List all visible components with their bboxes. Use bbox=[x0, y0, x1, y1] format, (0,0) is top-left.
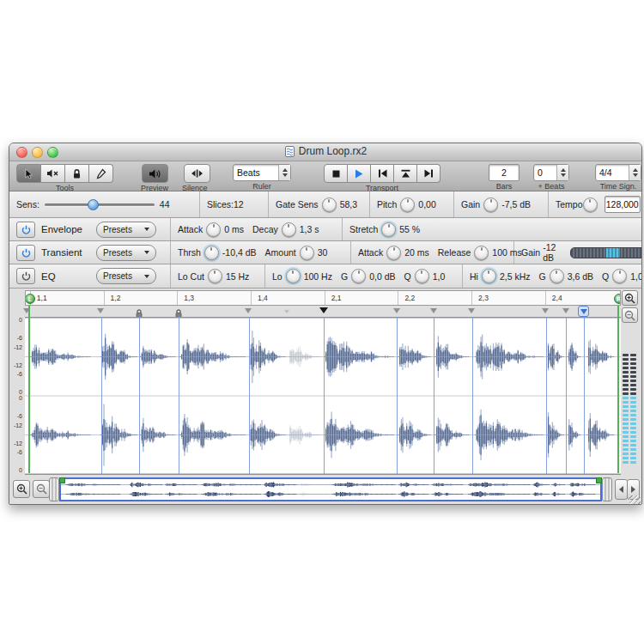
amount-knob[interactable] bbox=[300, 246, 314, 260]
eq-lo-section: Lo 100 Hz G 0,0 dB Q 1,0 bbox=[265, 264, 463, 288]
zoom-out-button[interactable] bbox=[622, 307, 638, 323]
left-locator-badge[interactable]: L bbox=[25, 294, 35, 304]
gate-sens-section: Gate Sens 58,3 bbox=[269, 191, 370, 217]
overview-zoom-in-button[interactable] bbox=[13, 480, 30, 498]
bars-field[interactable]: 2 bbox=[489, 164, 519, 181]
go-to-start-button[interactable] bbox=[371, 164, 394, 183]
stop-icon bbox=[332, 170, 340, 178]
db-tick-label: -6 bbox=[17, 413, 22, 419]
play-button[interactable] bbox=[348, 164, 371, 183]
bar-beat-ruler[interactable]: 1,11,21,31,42,12,22,32,4LR bbox=[25, 290, 621, 306]
left-locator-line[interactable] bbox=[28, 306, 30, 473]
zoom-out-icon bbox=[624, 310, 635, 321]
transient-presets-dropdown[interactable]: Presets bbox=[96, 245, 156, 261]
timesig-stepper[interactable]: 4/4 bbox=[595, 164, 641, 181]
eq-hi-q-knob[interactable] bbox=[612, 269, 627, 283]
scroll-handle-left[interactable] bbox=[49, 477, 59, 501]
envelope-presets-dropdown[interactable]: Presets bbox=[96, 222, 156, 238]
overview-left-locator[interactable] bbox=[59, 477, 65, 483]
slice-marker[interactable] bbox=[468, 308, 475, 313]
scroll-left-button[interactable] bbox=[615, 479, 628, 500]
stretch-label: Stretch bbox=[349, 224, 378, 234]
stretch-knob[interactable] bbox=[381, 222, 396, 237]
ruler-units-select[interactable]: Beats bbox=[233, 164, 291, 181]
gain-section: Gain -7,5 dB bbox=[454, 191, 549, 217]
lock-tool-button[interactable] bbox=[65, 164, 89, 183]
eq-presets-dropdown[interactable]: Presets bbox=[96, 268, 156, 284]
scroll-handle-right[interactable] bbox=[602, 477, 612, 501]
overview-visible-range[interactable] bbox=[59, 477, 602, 501]
waveform-display[interactable] bbox=[25, 317, 621, 475]
ruler-label: 1,1 bbox=[37, 294, 47, 302]
sens-slider[interactable] bbox=[45, 199, 155, 210]
trans-attack-knob[interactable] bbox=[386, 246, 401, 260]
right-locator-badge[interactable]: R bbox=[614, 294, 621, 304]
tempo-field[interactable]: 128,000 bbox=[605, 196, 641, 213]
slice-marker[interactable] bbox=[562, 308, 569, 313]
stepper-arrows-icon[interactable] bbox=[629, 165, 641, 180]
right-locator-line[interactable] bbox=[617, 306, 619, 473]
gate-sens-knob[interactable] bbox=[322, 197, 337, 212]
zoom-in-icon bbox=[16, 483, 27, 495]
dropdown-arrow-icon bbox=[144, 251, 149, 254]
env-decay-knob[interactable] bbox=[282, 222, 296, 237]
env-decay-value: 1,3 s bbox=[300, 224, 319, 234]
stepper-arrows-icon[interactable] bbox=[556, 165, 568, 180]
eq-lo-q-knob[interactable] bbox=[415, 269, 429, 283]
release-knob[interactable] bbox=[474, 246, 489, 260]
bar-slice-marker[interactable] bbox=[319, 307, 328, 313]
overview-right-locator[interactable] bbox=[596, 477, 602, 483]
pencil-tool-button[interactable] bbox=[89, 164, 113, 183]
silence-selection-button[interactable] bbox=[184, 164, 210, 183]
eq-hi-gain-knob[interactable] bbox=[550, 269, 564, 283]
sens-slider-track[interactable] bbox=[45, 204, 155, 206]
hidden-slice-marker[interactable] bbox=[284, 310, 289, 313]
eq-power-button[interactable] bbox=[16, 268, 35, 284]
thrsh-knob[interactable] bbox=[204, 246, 219, 260]
stepper-arrows-icon[interactable] bbox=[278, 165, 290, 180]
window-resize-grip[interactable] bbox=[629, 495, 641, 505]
bars-value: 2 bbox=[501, 167, 507, 178]
slice-line bbox=[472, 318, 473, 474]
eq-hi-knob[interactable] bbox=[482, 269, 496, 283]
slice-marker[interactable] bbox=[245, 308, 252, 313]
slice-line bbox=[139, 318, 140, 474]
sens-slider-thumb[interactable] bbox=[88, 199, 99, 210]
beats-stepper[interactable]: 0 bbox=[533, 164, 569, 181]
transient-gain-meter[interactable] bbox=[570, 247, 642, 258]
pitch-knob[interactable] bbox=[400, 197, 415, 212]
title-bar[interactable]: Drum Loop.rx2 bbox=[9, 143, 641, 161]
transient-power-button[interactable] bbox=[16, 245, 35, 261]
slice-marker-strip[interactable] bbox=[25, 306, 621, 317]
slice-line bbox=[546, 318, 547, 474]
eq-lo-knob[interactable] bbox=[286, 269, 301, 283]
tempo-knob[interactable] bbox=[583, 197, 598, 212]
ruler-tick bbox=[398, 291, 398, 306]
db-tick-label: -12 bbox=[14, 344, 22, 350]
locut-knob[interactable] bbox=[208, 269, 222, 283]
mute-tool-button[interactable] bbox=[41, 164, 65, 183]
meter-segment bbox=[623, 354, 629, 356]
overview-zoom-out-button[interactable] bbox=[33, 480, 50, 498]
meter-segment bbox=[630, 384, 636, 386]
bars-caption: Bars bbox=[496, 182, 513, 191]
stop-button[interactable] bbox=[324, 164, 348, 183]
slice-marker[interactable] bbox=[430, 308, 437, 313]
transient-ar-section: Attack 20 ms Release 100 ms bbox=[351, 241, 514, 264]
eq-lo-gain-knob[interactable] bbox=[351, 269, 366, 283]
eq-lo-gain-value: 0,0 dB bbox=[369, 271, 395, 282]
arrow-tool-button[interactable] bbox=[16, 164, 41, 183]
zoom-in-button[interactable] bbox=[622, 290, 638, 306]
gain-knob[interactable] bbox=[483, 197, 498, 212]
env-attack-knob[interactable] bbox=[206, 222, 221, 237]
envelope-power-button[interactable] bbox=[16, 222, 35, 238]
preview-button[interactable] bbox=[142, 164, 168, 183]
arrow-cursor-icon bbox=[24, 168, 33, 179]
slice-marker[interactable] bbox=[393, 308, 400, 313]
slice-marker[interactable] bbox=[97, 308, 104, 313]
stop-at-end-button[interactable] bbox=[394, 164, 417, 183]
go-to-end-button[interactable] bbox=[417, 164, 440, 183]
slice-marker[interactable] bbox=[542, 308, 549, 313]
selected-slice-marker[interactable] bbox=[578, 306, 589, 317]
env-attack-value: 0 ms bbox=[224, 224, 244, 234]
